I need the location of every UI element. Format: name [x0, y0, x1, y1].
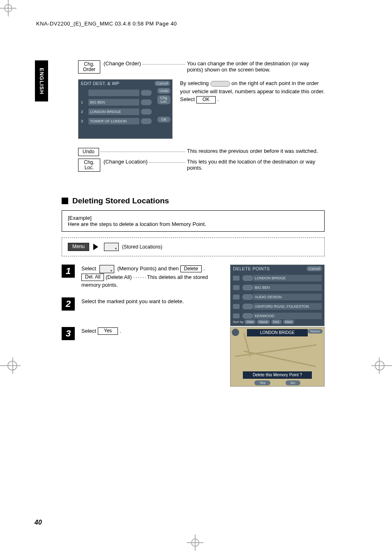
section-heading: Deleting Stored Locations: [62, 196, 325, 205]
leader-line: [149, 159, 185, 163]
pill-icon: [210, 81, 230, 87]
undo-button[interactable]: Undo: [78, 148, 99, 156]
shot1-cancel: Cancel: [154, 81, 170, 86]
sort-date: Date: [244, 320, 256, 324]
stored-locations-icon[interactable]: [104, 243, 119, 251]
delall-label: (Delete All): [106, 274, 132, 280]
shot1-badge-1: 1: [81, 100, 88, 104]
shot1-item-0: [88, 90, 139, 96]
chg-loc-l2: Loc.: [78, 165, 100, 170]
edit-dest-screenshot: EDIT DEST. & WP Cancel Undo Chg. Loc. OK…: [78, 79, 173, 139]
step-3-number: 3: [62, 327, 75, 340]
map-banner: LONDON BRIDGE: [247, 329, 308, 336]
chg-loc-label: (Change Location): [104, 159, 148, 165]
shot2-item-0: LONDON BRIDGE: [253, 275, 322, 281]
step-2-body: Select the marked point you want to dele…: [81, 297, 218, 311]
leader-line: [101, 148, 185, 152]
map-return: Return: [308, 329, 323, 334]
step1-mem: (Memory Points) and then: [117, 265, 179, 272]
leader-line: [143, 60, 185, 64]
memory-points-icon[interactable]: [99, 265, 114, 273]
nav-path-box: Menu (Stored Locations): [62, 237, 325, 256]
language-tab: ENGLISH: [35, 60, 48, 101]
shot2-item-1: BIG BEN: [253, 284, 322, 291]
crop-mark-bottom: [187, 534, 203, 551]
shot1-badge-3: 3: [81, 119, 88, 123]
chg-loc-desc: This lets you edit the location of the d…: [187, 159, 325, 171]
menu-button[interactable]: Menu: [68, 243, 89, 251]
shot1-chgloc: Chg. Loc.: [157, 95, 171, 104]
shot1-badge-2: 2: [81, 110, 88, 114]
chg-order-desc: You can change the order of the destinat…: [187, 60, 325, 73]
map-confirm-screenshot: Return LONDON BRIDGE Delete this Memory …: [230, 327, 325, 387]
shot2-item-2: AUDIO DESIGN: [253, 294, 322, 300]
chg-loc-button[interactable]: Chg. Loc.: [78, 159, 100, 172]
select-word: Select: [180, 96, 195, 102]
map-no: No: [286, 380, 300, 385]
delete-points-screenshot: DELETE POINTS Cancel LONDON BRIDGE BIG B…: [230, 265, 325, 326]
sort-label: Sort by: [233, 320, 243, 324]
sort-name: Name: [257, 320, 270, 324]
shot1-title: EDIT DEST. & WP: [81, 81, 119, 86]
shot2-cancel: Cancel: [307, 266, 322, 271]
delete-button[interactable]: Delete: [180, 265, 202, 272]
shot2-title: DELETE POINTS: [233, 266, 270, 271]
del-all-button[interactable]: Del. All: [81, 274, 104, 281]
shot1-item-1: BIG BEN: [88, 99, 139, 106]
example-heading: [Example]: [68, 215, 318, 221]
shot2-item-4: KENWOOD: [253, 313, 322, 319]
crop-mark-left: [0, 357, 21, 374]
sort-dist: Dist.: [271, 320, 282, 324]
shot1-chgloc-l2: Loc.: [161, 99, 168, 104]
shot2-item-3: ASHFORD ROAD, FOLKESTON: [253, 303, 322, 310]
section-title-text: Deleting Stored Locations: [72, 196, 169, 205]
selecting-pre: By selecting: [180, 80, 209, 86]
print-header: KNA-DV2200_(E)_ENG_MMC 03.4.8 0:58 PM Pa…: [36, 21, 177, 27]
ok-button[interactable]: OK: [196, 96, 216, 103]
shot1-ok: OK: [157, 117, 171, 122]
map-yes: Yes: [254, 380, 270, 385]
step3-period: .: [120, 328, 121, 334]
crop-mark-right: [371, 357, 392, 374]
period: .: [217, 96, 219, 102]
chg-order-button[interactable]: Chg. Order: [78, 60, 100, 74]
step3-select: Select: [81, 328, 96, 334]
stored-locations-label: (Stored Locations): [122, 244, 162, 250]
yes-button[interactable]: Yes: [98, 327, 118, 334]
chg-order-l2: Order: [78, 67, 100, 72]
example-box: [Example] Here are the steps to delete a…: [62, 210, 325, 232]
chg-loc-l1: Chg.: [78, 160, 100, 165]
home-icon: [232, 329, 239, 336]
step-1-number: 1: [62, 265, 75, 278]
step1-select: Select: [81, 265, 96, 272]
arrow-icon: [93, 244, 98, 250]
shot1-undo: Undo: [157, 88, 171, 94]
sort-mark: Mark: [283, 320, 295, 324]
page-number: 40: [35, 519, 42, 526]
shot1-item-2: LONDON BRIDGE: [88, 108, 139, 115]
square-bullet-icon: [62, 198, 68, 204]
map-confirm: Delete this Memory Point ?: [243, 371, 312, 379]
shot1-item-3: TOWER OF LONDON: [88, 118, 139, 124]
example-body: Here are the steps to delete a location …: [68, 221, 318, 227]
step-2-number: 2: [62, 297, 75, 311]
crop-mark-top: [0, 0, 16, 16]
chg-order-label: (Change Order): [104, 60, 141, 67]
undo-desc: This restores the previous order before …: [187, 148, 325, 154]
